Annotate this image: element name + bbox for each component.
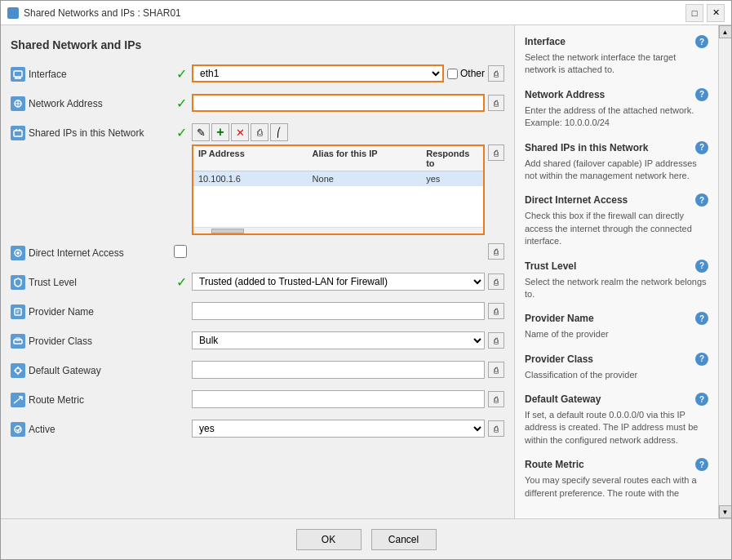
network-address-input[interactable]: 10.100.1.0/24 bbox=[192, 94, 485, 112]
default-gateway-copy-btn[interactable]: ⎙ bbox=[488, 362, 504, 378]
svg-line-21 bbox=[14, 397, 22, 403]
default-gateway-icon bbox=[11, 363, 25, 378]
ok-button[interactable]: OK bbox=[296, 529, 362, 550]
add-ip-button[interactable]: + bbox=[211, 123, 229, 141]
help-interface-icon[interactable]: ? bbox=[695, 35, 708, 48]
direct-internet-copy-btn[interactable]: ⎙ bbox=[488, 243, 504, 260]
route-metric-label-text: Route Metric bbox=[29, 394, 84, 406]
trust-level-copy-btn[interactable]: ⎙ bbox=[488, 273, 504, 290]
help-interface-text: Select the network interface the target … bbox=[525, 51, 708, 77]
direct-internet-label: Direct Internet Access bbox=[11, 243, 174, 260]
help-direct-internet: Direct Internet Access ? Check this box … bbox=[525, 193, 708, 247]
active-label: Active bbox=[11, 420, 174, 437]
active-select[interactable]: yes no bbox=[193, 420, 484, 437]
interface-select[interactable]: eth1 eth0 eth2 bbox=[193, 66, 442, 81]
shared-ips-status: ✓ bbox=[174, 125, 189, 140]
close-button[interactable]: ✕ bbox=[707, 4, 725, 22]
network-address-copy-btn[interactable]: ⎙ bbox=[488, 95, 504, 111]
help-default-gateway-icon[interactable]: ? bbox=[695, 393, 708, 406]
provider-class-row: Provider Class Bulk Standard Premium ⎙ bbox=[11, 331, 504, 353]
scrollbar-thumb[interactable] bbox=[211, 229, 244, 233]
shared-ips-container: ✎ + ✕ ⎙ ⎛ IP Address Alias for this IP bbox=[192, 123, 485, 235]
window-title: Shared Networks and IPs : SHAR01 bbox=[24, 7, 181, 19]
provider-name-input[interactable] bbox=[192, 302, 485, 320]
route-metric-label: Route Metric bbox=[11, 390, 174, 407]
shared-ips-label: Shared IPs in this Network bbox=[11, 123, 174, 140]
shared-ips-table: IP Address Alias for this IP Responds to… bbox=[192, 144, 485, 235]
copy-ip-button[interactable]: ⎙ bbox=[251, 123, 268, 141]
shared-ips-row: Shared IPs in this Network ✓ ✎ + ✕ ⎙ bbox=[11, 123, 504, 235]
provider-name-status bbox=[174, 304, 189, 318]
footer: OK Cancel bbox=[1, 518, 731, 559]
default-gateway-label: Default Gateway bbox=[11, 361, 174, 378]
route-metric-icon bbox=[11, 393, 25, 407]
svg-rect-0 bbox=[14, 71, 22, 77]
network-address-icon bbox=[11, 96, 25, 111]
cell-alias: None bbox=[308, 171, 422, 186]
interface-label: Interface bbox=[11, 64, 174, 82]
default-gateway-row: Default Gateway ⎙ bbox=[11, 361, 504, 382]
minimize-button[interactable]: □ bbox=[685, 4, 703, 22]
provider-class-copy-btn[interactable]: ⎙ bbox=[488, 332, 504, 349]
trust-level-icon bbox=[11, 275, 25, 290]
help-default-gateway-text: If set, a default route 0.0.0.0/0 via th… bbox=[525, 409, 708, 447]
route-metric-row: Route Metric ⎙ bbox=[11, 390, 504, 411]
network-address-status: ✓ bbox=[174, 96, 189, 110]
help-provider-class-icon[interactable]: ? bbox=[695, 353, 708, 366]
help-network-address-icon[interactable]: ? bbox=[695, 88, 708, 101]
interface-copy-btn[interactable]: ⎙ bbox=[488, 65, 504, 82]
paste-ip-button[interactable]: ⎛ bbox=[270, 123, 288, 141]
scroll-up-btn[interactable]: ▲ bbox=[719, 25, 732, 38]
interface-icon bbox=[11, 67, 25, 82]
other-checkbox[interactable] bbox=[447, 69, 458, 79]
provider-name-label: Provider Name bbox=[11, 302, 174, 319]
provider-class-label-text: Provider Class bbox=[29, 336, 92, 347]
help-provider-class-title: Provider Class ? bbox=[525, 353, 708, 366]
trust-level-row: Trust Level ✓ Trusted (added to Trusted-… bbox=[11, 273, 504, 294]
titlebar: Shared Networks and IPs : SHAR01 □ ✕ bbox=[1, 1, 731, 25]
table-scrollbar bbox=[193, 227, 483, 233]
delete-ip-button[interactable]: ✕ bbox=[231, 123, 249, 141]
help-route-metric-icon[interactable]: ? bbox=[695, 458, 708, 471]
table-body: 10.100.1.6 None yes bbox=[193, 171, 483, 227]
provider-name-copy-btn[interactable]: ⎙ bbox=[488, 303, 504, 319]
help-trust-level-title: Trust Level ? bbox=[525, 260, 708, 273]
default-gateway-status bbox=[174, 362, 189, 377]
help-trust-level-icon[interactable]: ? bbox=[695, 260, 708, 273]
default-gateway-input[interactable] bbox=[192, 361, 485, 379]
table-row[interactable]: 10.100.1.6 None yes bbox=[193, 171, 483, 186]
provider-class-select-wrapper: Bulk Standard Premium bbox=[192, 331, 485, 349]
help-default-gateway-title: Default Gateway ? bbox=[525, 393, 708, 406]
edit-ip-button[interactable]: ✎ bbox=[192, 123, 210, 141]
route-metric-copy-btn[interactable]: ⎙ bbox=[488, 391, 504, 407]
cancel-button[interactable]: Cancel bbox=[371, 529, 437, 550]
help-route-metric: Route Metric ? You may specify several r… bbox=[525, 458, 708, 500]
active-copy-btn[interactable]: ⎙ bbox=[488, 420, 504, 437]
shared-ips-copy-btn[interactable]: ⎙ bbox=[488, 144, 504, 161]
route-metric-input[interactable] bbox=[192, 390, 485, 408]
shared-ips-label-text: Shared IPs in this Network bbox=[29, 127, 144, 139]
direct-internet-checkbox[interactable] bbox=[174, 245, 187, 258]
col-alias: Alias for this IP bbox=[308, 146, 422, 171]
svg-rect-11 bbox=[15, 309, 21, 315]
scroll-down-btn[interactable]: ▼ bbox=[719, 505, 732, 518]
direct-internet-label-text: Direct Internet Access bbox=[29, 247, 124, 259]
direct-internet-icon bbox=[11, 246, 25, 260]
provider-class-select[interactable]: Bulk Standard Premium bbox=[193, 332, 484, 349]
provider-name-control: ⎙ bbox=[174, 302, 504, 320]
help-direct-internet-text: Check this box if the firewall can direc… bbox=[525, 210, 708, 247]
help-panel: Interface ? Select the network interface… bbox=[514, 25, 718, 518]
trust-level-select[interactable]: Trusted (added to Trusted-LAN for Firewa… bbox=[193, 273, 484, 290]
help-direct-internet-title: Direct Internet Access ? bbox=[525, 193, 708, 207]
trust-level-select-wrapper: Trusted (added to Trusted-LAN for Firewa… bbox=[192, 273, 485, 291]
help-provider-name-title: Provider Name ? bbox=[525, 312, 708, 325]
help-provider-name-icon[interactable]: ? bbox=[695, 312, 708, 325]
panel-title: Shared Network and IPs bbox=[11, 38, 504, 51]
active-select-wrapper: yes no bbox=[192, 420, 485, 438]
help-shared-ips-icon[interactable]: ? bbox=[695, 141, 708, 154]
right-scrollbar: ▲ ▼ bbox=[718, 25, 731, 518]
direct-internet-control: ⎙ bbox=[174, 243, 504, 260]
interface-label-text: Interface bbox=[29, 69, 67, 80]
help-direct-internet-icon[interactable]: ? bbox=[695, 193, 708, 207]
help-provider-class: Provider Class ? Classification of the p… bbox=[525, 353, 708, 381]
